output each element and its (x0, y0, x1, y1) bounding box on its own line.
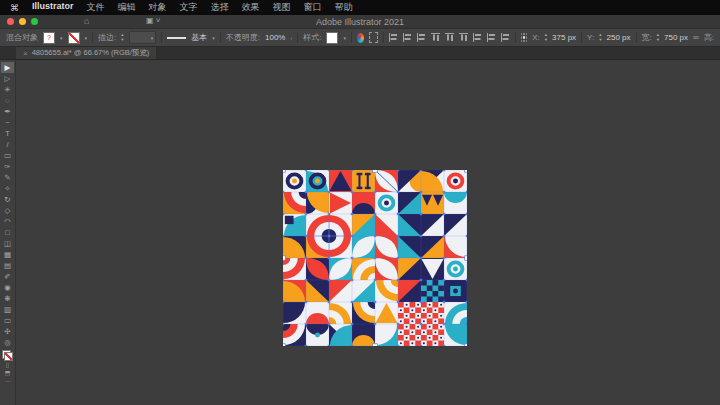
menu-item-3[interactable]: 对象 (149, 1, 167, 14)
opacity-caret[interactable]: › (290, 35, 292, 41)
pattern-tile[interactable] (306, 192, 329, 214)
bounding-box-handle[interactable] (465, 344, 467, 346)
pattern-tile[interactable] (398, 302, 421, 324)
menu-item-2[interactable]: 编辑 (118, 1, 136, 14)
symbol-sprayer-tool[interactable]: ❋ (1, 293, 14, 304)
recolor-artwork-icon[interactable] (357, 33, 364, 43)
shaper-tool[interactable]: ✧ (1, 183, 14, 194)
menu-item-1[interactable]: 文件 (87, 1, 105, 14)
type-tool[interactable]: T (1, 128, 14, 139)
rotate-tool[interactable]: ↻ (1, 194, 14, 205)
distribute-left-icon[interactable] (473, 33, 482, 42)
pattern-tile[interactable] (352, 214, 375, 236)
constrain-proportions-icon[interactable]: ∞ (693, 33, 699, 42)
stroke-dropdown-caret[interactable]: ▾ (85, 35, 88, 41)
pattern-tile[interactable] (329, 324, 352, 346)
pattern-tile[interactable] (375, 192, 398, 214)
y-stepper[interactable]: ▴▾ (599, 33, 601, 42)
style-swatch[interactable] (326, 32, 338, 44)
pattern-tile[interactable] (352, 170, 375, 192)
menu-item-9[interactable]: 帮助 (335, 1, 353, 14)
style-dropdown-caret[interactable]: ▾ (343, 35, 346, 41)
menu-item-4[interactable]: 文字 (180, 1, 198, 14)
pattern-tile[interactable] (306, 170, 329, 192)
pattern-tile[interactable] (283, 280, 306, 302)
menu-item-5[interactable]: 选择 (211, 1, 229, 14)
pattern-tile[interactable] (398, 214, 421, 236)
pattern-tile[interactable] (352, 236, 375, 258)
menu-item-7[interactable]: 视图 (273, 1, 291, 14)
distribute-center-icon[interactable] (487, 33, 496, 42)
pattern-tile[interactable] (444, 302, 467, 324)
width-value[interactable]: 750 px (664, 33, 688, 42)
x-value[interactable]: 375 px (552, 33, 576, 42)
rectangle-tool[interactable]: ▭ (1, 150, 14, 161)
pattern-tile[interactable] (398, 170, 421, 192)
pattern-tile[interactable] (375, 170, 398, 192)
pattern-tile[interactable] (329, 170, 352, 192)
opacity-value[interactable]: 100% (265, 33, 285, 42)
menu-item-8[interactable]: 窗口 (304, 1, 322, 14)
toolbar-stroke-swatch[interactable] (4, 352, 13, 361)
tab-close-icon[interactable]: × (23, 49, 28, 58)
pattern-tile[interactable] (398, 258, 421, 280)
bounding-box-handle[interactable] (465, 256, 467, 260)
pattern-tile[interactable] (421, 324, 444, 346)
pattern-tile[interactable] (375, 302, 398, 324)
pattern-tile[interactable] (352, 192, 375, 214)
bounding-box-handle[interactable] (465, 170, 467, 172)
scale-tool[interactable]: ◇ (1, 205, 14, 216)
x-stepper[interactable]: ▴▾ (545, 33, 547, 42)
pattern-tile[interactable] (421, 214, 444, 236)
isolate-selection-icon[interactable] (369, 32, 378, 43)
bounding-box-handle[interactable] (373, 170, 378, 172)
pattern-tile[interactable] (329, 236, 352, 258)
width-stepper[interactable]: ▴▾ (657, 33, 659, 42)
pattern-tile[interactable] (398, 324, 421, 346)
paintbrush-tool[interactable]: ✑ (1, 161, 14, 172)
bounding-box-handle[interactable] (283, 344, 285, 346)
line-segment-tool[interactable]: / (1, 139, 14, 150)
pattern-tile[interactable] (306, 214, 329, 236)
pattern-tile[interactable] (352, 258, 375, 280)
pattern-tile[interactable] (283, 192, 306, 214)
width-tool[interactable]: ◠ (1, 216, 14, 227)
pattern-tile[interactable] (375, 258, 398, 280)
brush-definition[interactable]: 基本 (191, 32, 207, 43)
edit-toolbar-icon[interactable]: ⋯ (5, 377, 11, 385)
bounding-box-handle[interactable] (373, 344, 378, 346)
bounding-box-handle[interactable] (283, 256, 285, 260)
pattern-tile[interactable] (375, 324, 398, 346)
pattern-tile[interactable] (444, 280, 467, 302)
align-top-icon[interactable] (431, 33, 440, 42)
distribute-right-icon[interactable] (501, 33, 510, 42)
mesh-tool[interactable]: ▦ (1, 249, 14, 260)
y-value[interactable]: 250 px (607, 33, 631, 42)
pattern-tile[interactable] (352, 280, 375, 302)
zoom-tool[interactable]: ◎ (1, 337, 14, 348)
pattern-tile[interactable] (329, 258, 352, 280)
curvature-tool[interactable]: ~ (1, 117, 14, 128)
pattern-tile[interactable] (421, 192, 444, 214)
fill-dropdown-caret[interactable]: ▾ (60, 35, 63, 41)
align-center-h-icon[interactable] (403, 33, 412, 42)
pattern-tile[interactable] (444, 214, 467, 236)
pattern-tile[interactable] (352, 324, 375, 346)
stroke-weight-stepper[interactable]: ▴▾ (121, 33, 123, 42)
reference-point-locator[interactable] (521, 33, 528, 42)
pattern-tile[interactable] (444, 170, 467, 192)
pattern-tile[interactable] (421, 258, 444, 280)
selection-tool[interactable]: ▶ (1, 62, 14, 73)
stroke-weight-dropdown[interactable]: ▾ (129, 31, 157, 44)
gradient-tool[interactable]: ▤ (1, 260, 14, 271)
pattern-tile[interactable] (421, 170, 444, 192)
magic-wand-tool[interactable]: ✳ (1, 84, 14, 95)
drawing-mode-icon[interactable]: ▯ (6, 361, 9, 369)
pattern-tile[interactable] (306, 236, 329, 258)
selected-artwork-pattern[interactable] (283, 170, 467, 346)
pattern-tile[interactable] (283, 302, 306, 324)
pattern-tile[interactable] (283, 236, 306, 258)
pattern-tile[interactable] (444, 192, 467, 214)
pattern-tile[interactable] (329, 192, 352, 214)
canvas-area[interactable] (16, 60, 720, 405)
